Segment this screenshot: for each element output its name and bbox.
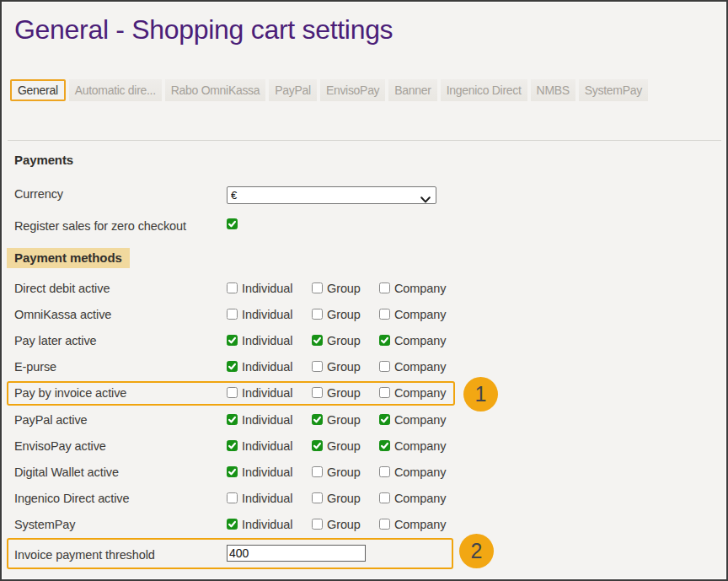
- tab-paypal[interactable]: PayPal: [269, 79, 317, 101]
- checkbox-individual-label: Individual: [242, 308, 292, 321]
- payment-method-label: SystemPay: [14, 518, 75, 531]
- checkbox-individual[interactable]: [227, 492, 238, 503]
- checkbox-company-label: Company: [394, 518, 446, 531]
- tab-label: EnvisoPay: [326, 83, 379, 97]
- checkbox-individual[interactable]: [227, 387, 238, 398]
- checkbox-individual[interactable]: [227, 335, 238, 346]
- tab-ingenico-direct[interactable]: Ingenico Direct: [441, 79, 527, 101]
- payment-method-row: PayPal active Individual Group Company: [2, 406, 728, 433]
- page-title: General - Shopping cart settings: [14, 14, 393, 46]
- checkbox-group-label: Group: [327, 465, 361, 479]
- check-icon: [313, 336, 322, 345]
- payment-method-label: Pay later active: [14, 334, 97, 347]
- payment-method-row: SystemPay Individual Group Company: [2, 512, 728, 538]
- checkbox-company-label: Company: [394, 282, 446, 295]
- checkbox-company-label: Company: [394, 386, 446, 400]
- tab-label: PayPal: [275, 83, 311, 97]
- tab-rabo-omnikassa[interactable]: Rabo OmniKassa: [165, 79, 266, 101]
- check-icon: [228, 336, 237, 345]
- checkbox-individual-label: Individual: [242, 465, 292, 479]
- tab-nmbs[interactable]: NMBS: [531, 79, 575, 101]
- payment-method-label: Ingenico Direct active: [14, 492, 129, 505]
- checkbox-group[interactable]: [312, 387, 323, 398]
- checkbox-company-label: Company: [394, 360, 446, 374]
- checkbox-group-label: Group: [327, 492, 361, 505]
- checkbox-group[interactable]: [312, 309, 323, 320]
- checkbox-company-label: Company: [394, 465, 446, 479]
- checkbox-group[interactable]: [312, 335, 323, 346]
- currency-select[interactable]: €: [227, 186, 436, 204]
- checkbox-group[interactable]: [312, 361, 323, 372]
- tab-label: Rabo OmniKassa: [171, 83, 260, 97]
- checkbox-group[interactable]: [312, 282, 323, 293]
- checkbox-individual[interactable]: [227, 414, 238, 425]
- invoice-threshold-input[interactable]: [227, 545, 366, 562]
- checkbox-individual[interactable]: [227, 440, 238, 451]
- checkbox-group-label: Group: [327, 386, 361, 400]
- checkbox-company[interactable]: [379, 414, 390, 425]
- checkbox-group[interactable]: [312, 414, 323, 425]
- checkbox-company[interactable]: [379, 519, 390, 530]
- checkbox-individual-label: Individual: [242, 334, 292, 347]
- payment-method-label: Digital Wallet active: [14, 465, 119, 479]
- checkbox-individual[interactable]: [227, 466, 238, 477]
- checkbox-group[interactable]: [312, 440, 323, 451]
- checkbox-company[interactable]: [379, 361, 390, 372]
- checkbox-group[interactable]: [312, 519, 323, 530]
- checkbox-individual[interactable]: [227, 309, 238, 320]
- register-zero-checkout-checkbox[interactable]: [227, 218, 238, 229]
- check-icon: [380, 336, 389, 345]
- tab-banner[interactable]: Banner: [388, 79, 436, 101]
- check-icon: [228, 441, 237, 450]
- checkbox-group-label: Group: [327, 518, 361, 531]
- checkbox-individual-label: Individual: [242, 282, 292, 295]
- invoice-threshold-label: Invoice payment threshold: [14, 548, 155, 562]
- checkbox-individual[interactable]: [227, 519, 238, 530]
- payment-method-label: OmniKassa active: [14, 308, 111, 321]
- check-icon: [313, 415, 322, 424]
- checkbox-company[interactable]: [379, 466, 390, 477]
- check-icon: [228, 219, 237, 229]
- tab-systempay[interactable]: SystemPay: [579, 79, 648, 101]
- checkbox-group-label: Group: [327, 282, 361, 295]
- checkbox-individual-label: Individual: [242, 413, 292, 427]
- tab-label: Automatic dire...: [75, 83, 156, 97]
- checkbox-group[interactable]: [312, 466, 323, 477]
- tab-automatic-dire[interactable]: Automatic dire...: [69, 79, 162, 101]
- checkbox-company-label: Company: [394, 439, 446, 453]
- checkbox-individual[interactable]: [227, 361, 238, 372]
- payment-method-label: Direct debit active: [14, 282, 110, 295]
- tab-label: General: [18, 83, 58, 97]
- checkbox-company-label: Company: [394, 413, 446, 427]
- checkbox-company[interactable]: [379, 309, 390, 320]
- payment-method-row: Pay later active Individual Group Compan…: [2, 327, 728, 353]
- checkbox-company-label: Company: [394, 492, 446, 505]
- checkbox-individual[interactable]: [227, 282, 238, 293]
- payment-method-row: Ingenico Direct active Individual Group …: [2, 486, 728, 512]
- checkbox-company[interactable]: [379, 335, 390, 346]
- section-divider: [8, 140, 721, 141]
- currency-label: Currency: [14, 187, 63, 201]
- payment-method-row: Digital Wallet active Individual Group C…: [2, 459, 728, 485]
- payment-method-label: EnvisoPay active: [14, 439, 106, 453]
- payment-method-label: Pay by invoice active: [14, 386, 126, 400]
- checkbox-company[interactable]: [379, 440, 390, 451]
- checkbox-company[interactable]: [379, 282, 390, 293]
- payment-method-row: EnvisoPay active Individual Group Compan…: [2, 433, 728, 459]
- checkbox-group-label: Group: [327, 334, 361, 347]
- tab-envisopay[interactable]: EnvisoPay: [320, 79, 385, 101]
- currency-select-wrap: €: [227, 186, 436, 204]
- check-icon: [228, 519, 237, 529]
- checkbox-group-label: Group: [327, 308, 361, 321]
- tabbar: GeneralAutomatic dire...Rabo OmniKassaPa…: [10, 79, 648, 101]
- payment-method-label: PayPal active: [14, 413, 88, 427]
- payment-method-row: Pay by invoice active Individual Group C…: [2, 380, 728, 406]
- tab-label: SystemPay: [585, 83, 642, 97]
- checkbox-individual-label: Individual: [242, 360, 292, 374]
- checkbox-company[interactable]: [379, 387, 390, 398]
- checkbox-group[interactable]: [312, 492, 323, 503]
- check-icon: [313, 441, 322, 450]
- checkbox-company[interactable]: [379, 492, 390, 503]
- tab-general[interactable]: General: [10, 79, 66, 101]
- checkbox-individual-label: Individual: [242, 492, 292, 505]
